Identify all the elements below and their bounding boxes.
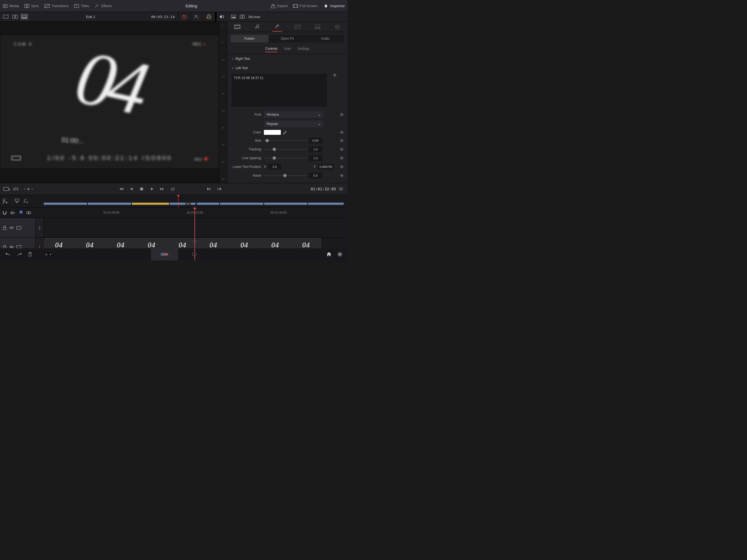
tool-clip-icon[interactable] — [3, 186, 10, 192]
tool-mixer-icon[interactable] — [12, 186, 19, 192]
subtab-user[interactable]: User — [284, 47, 291, 52]
tracking-value[interactable] — [309, 146, 323, 152]
eyedropper-icon[interactable] — [282, 130, 287, 134]
monitor-icon[interactable] — [17, 226, 21, 229]
timeline-ruler[interactable]: 01:01:30:00 01:01:32:00 01:01:34:00 — [44, 207, 347, 218]
collapse-left-text[interactable]: › Left Text — [227, 63, 347, 73]
edit-name[interactable]: Edit 1 — [30, 15, 151, 19]
seg-fusion[interactable]: Fusion — [231, 35, 268, 42]
insp-tab-effects[interactable] — [272, 22, 282, 32]
size-value[interactable] — [309, 137, 323, 144]
page-edit[interactable] — [180, 248, 208, 260]
collapse-right-text[interactable]: › Right Text — [227, 54, 347, 63]
keyframe-diamond[interactable] — [340, 138, 344, 143]
view-mode-1[interactable] — [2, 14, 10, 20]
svg-point-38 — [15, 187, 17, 189]
keyframe-diamond[interactable] — [340, 130, 344, 134]
viewer-monitor[interactable]: CAM A REC ● 04 01:00:.. 1/60 -5.6 00:00:… — [0, 22, 219, 183]
sync-tab[interactable]: Sync — [22, 4, 42, 8]
step-back-icon[interactable] — [128, 186, 134, 192]
keyframe-diamond[interactable] — [340, 156, 344, 160]
next-clip-icon[interactable] — [206, 186, 212, 192]
insp-tab-3d[interactable] — [333, 22, 342, 32]
loop-icon[interactable] — [170, 186, 176, 192]
size-slider[interactable] — [264, 140, 307, 141]
speaker-icon[interactable] — [9, 226, 14, 230]
mini-timeline[interactable] — [44, 195, 347, 207]
svg-rect-3 — [27, 4, 29, 8]
bypass-fx-icon[interactable] — [190, 12, 202, 22]
flag-icon[interactable] — [26, 211, 31, 215]
export-tab[interactable]: Export — [268, 4, 290, 8]
chevron-right-icon: › — [232, 57, 233, 61]
timeline-tool-select[interactable] — [2, 198, 9, 205]
fullscreen-tab[interactable]: Full Screen — [290, 4, 320, 8]
svg-marker-1 — [5, 5, 6, 7]
home-icon[interactable] — [326, 252, 332, 257]
trash-icon[interactable] — [28, 252, 32, 257]
insp-tab-video[interactable] — [232, 22, 242, 32]
keyframe-diamond[interactable] — [340, 147, 344, 151]
insp-tab-audio[interactable] — [252, 22, 262, 32]
seg-openfx[interactable]: Open FX — [268, 35, 307, 42]
undo-icon[interactable] — [5, 252, 11, 257]
insp-tab-transition[interactable] — [292, 22, 302, 32]
prev-clip-icon[interactable] — [216, 186, 223, 192]
view-mode-3[interactable] — [20, 14, 28, 20]
svg-point-71 — [192, 253, 193, 254]
lowerpos-x[interactable] — [268, 164, 281, 170]
media-tab[interactable]: Media — [0, 4, 22, 8]
keyframe-diamond[interactable] — [340, 113, 344, 117]
linespacing-value[interactable] — [309, 155, 323, 161]
text-input[interactable] — [232, 74, 327, 107]
keyframe-diamond[interactable] — [340, 165, 344, 169]
timeline-tool-audio[interactable] — [23, 199, 29, 204]
tracking-slider[interactable] — [264, 149, 307, 150]
lock-icon[interactable] — [3, 226, 6, 230]
timeline-tool-insert[interactable] — [15, 199, 21, 204]
timeline-timecode[interactable]: 01:01:32:05 — [311, 187, 336, 191]
marker-icon[interactable] — [19, 210, 23, 215]
snapshot-icon[interactable] — [178, 12, 190, 22]
timeline-menu-icon[interactable] — [338, 186, 344, 192]
subtab-settings[interactable]: Settings — [298, 47, 309, 52]
settings-icon[interactable] — [337, 252, 343, 257]
font-select[interactable]: Verdana⌄ — [264, 111, 324, 118]
page-cut[interactable] — [151, 248, 178, 260]
noise-slider[interactable] — [264, 175, 307, 176]
inspector-tab[interactable]: Inspector — [320, 4, 347, 8]
keyframe-diamond[interactable] — [340, 174, 344, 177]
effects-tab[interactable]: Effects — [92, 4, 115, 8]
track-v2-clips[interactable] — [44, 218, 347, 237]
track-v2-number[interactable]: 2 — [35, 218, 44, 237]
lowerpos-y-label: Y — [314, 165, 316, 169]
fullscreen-label: Full Screen — [300, 4, 318, 8]
viewer-timecode[interactable]: 00:03:21:14 — [151, 15, 178, 19]
audio-scrub-icon[interactable] — [10, 211, 16, 215]
insp-tab-image[interactable] — [312, 22, 323, 32]
goto-end-icon[interactable] — [159, 186, 166, 192]
transitions-tab[interactable]: Transitions — [42, 4, 71, 8]
stop-icon[interactable] — [138, 186, 145, 192]
view-mode-2[interactable] — [11, 14, 19, 20]
titles-tab[interactable]: T Titles — [71, 4, 92, 8]
playhead[interactable] — [195, 207, 195, 260]
color-wheel-icon[interactable] — [203, 12, 215, 22]
lowerpos-y[interactable] — [318, 164, 334, 170]
redo-icon[interactable] — [17, 252, 22, 257]
subtab-controls[interactable]: Controls — [265, 47, 278, 52]
marker-dot-icon[interactable]: ● — [27, 186, 30, 192]
color-swatch[interactable] — [264, 130, 281, 135]
next-edit-icon[interactable]: › — [31, 186, 33, 192]
keyframe-diamond[interactable] — [333, 73, 337, 77]
track-v2-header[interactable] — [0, 218, 35, 237]
weight-select[interactable]: Regular⌄ — [264, 121, 324, 127]
linespacing-slider[interactable] — [264, 158, 307, 158]
play-icon[interactable] — [149, 186, 155, 192]
goto-start-icon[interactable] — [118, 186, 124, 192]
noise-value[interactable] — [309, 173, 323, 179]
seg-audio[interactable]: Audio — [306, 35, 344, 42]
mute-icon[interactable] — [215, 12, 227, 22]
snap-icon[interactable] — [2, 210, 7, 215]
prev-edit-icon[interactable]: ‹ — [24, 186, 25, 192]
